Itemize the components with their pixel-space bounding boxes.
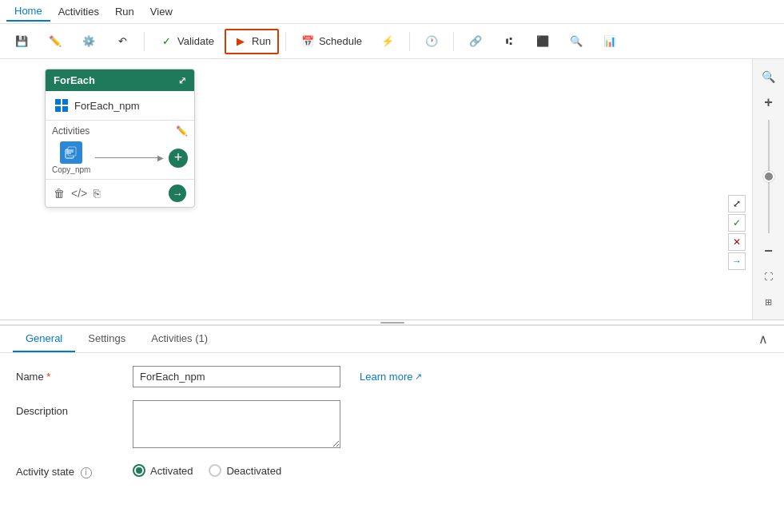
validate-button[interactable]: ✓ Validate bbox=[151, 30, 221, 54]
foreach-footer: 🗑 </> ⎘ → bbox=[46, 179, 194, 207]
description-label: Description bbox=[16, 400, 120, 417]
activities-label-row: Activities ✏️ bbox=[52, 125, 188, 137]
menu-bar: Home Activities Run View bbox=[0, 0, 784, 24]
activities-inner: Activities ✏️ Copy_npm + bbox=[46, 121, 194, 179]
gear-icon: ⚙️ bbox=[81, 34, 97, 50]
fit-button[interactable]: ⛶ bbox=[758, 265, 780, 288]
search-toolbar-button[interactable]: 🔍 bbox=[561, 30, 591, 54]
bottom-panel: General Settings Activities (1) ∧ Name *… bbox=[0, 324, 784, 532]
description-row: Description bbox=[16, 400, 768, 448]
connect-icon: 🔗 bbox=[468, 34, 484, 50]
tab-settings[interactable]: Settings bbox=[75, 326, 138, 352]
grid-icon bbox=[54, 97, 70, 113]
branch-icon: ⑆ bbox=[501, 34, 517, 50]
copy-activity[interactable]: Copy_npm bbox=[52, 141, 90, 174]
bottom-content: Name * Learn more ↗ Description Activity… bbox=[0, 353, 784, 532]
play-icon: ▶ bbox=[233, 34, 249, 50]
lightning-icon: ⚡ bbox=[380, 34, 396, 50]
activity-state-label: Activity state i bbox=[16, 461, 120, 478]
activity-row: Copy_npm + bbox=[52, 141, 188, 174]
arrow-line bbox=[95, 153, 164, 162]
svg-rect-0 bbox=[55, 99, 61, 105]
activities-label-text: Activities bbox=[52, 125, 90, 137]
activated-radio[interactable]: Activated bbox=[133, 464, 193, 477]
foreach-name-row: ForEach_npm bbox=[46, 91, 194, 121]
deactivated-radio-circle bbox=[209, 464, 221, 477]
side-toolbar: 🔍 + − ⛶ ⊞ bbox=[752, 59, 784, 320]
tab-activities[interactable]: Activities (1) bbox=[138, 326, 221, 352]
save-icon: 💾 bbox=[14, 34, 30, 50]
name-required: * bbox=[46, 371, 50, 383]
edit-button[interactable]: ✏️ bbox=[40, 30, 70, 54]
activated-radio-circle bbox=[133, 464, 145, 477]
svg-rect-3 bbox=[62, 106, 68, 112]
menu-home[interactable]: Home bbox=[6, 2, 50, 22]
separator-2 bbox=[285, 32, 286, 51]
expand-canvas-icon[interactable]: ⤢ bbox=[728, 195, 746, 212]
expand-icon[interactable]: ⤢ bbox=[178, 75, 186, 86]
name-row: Name * Learn more ↗ bbox=[16, 366, 768, 387]
monitor-icon: 📊 bbox=[602, 34, 618, 50]
description-input[interactable] bbox=[133, 400, 340, 448]
lightning-button[interactable]: ⚡ bbox=[372, 30, 403, 54]
code-icon: ⬛ bbox=[535, 34, 551, 50]
foreach-block: ForEach ⤢ ForEach_npm Activities ✏️ bbox=[45, 69, 195, 208]
copy-footer-icon[interactable]: ⎘ bbox=[94, 187, 100, 200]
menu-activities[interactable]: Activities bbox=[50, 2, 107, 21]
menu-view[interactable]: View bbox=[142, 2, 181, 21]
canvas-side-icons: ⤢ ✓ ✕ → bbox=[728, 195, 746, 270]
undo-button[interactable]: ↶ bbox=[107, 30, 137, 54]
code-button[interactable]: ⬛ bbox=[527, 30, 558, 54]
name-label: Name * bbox=[16, 366, 120, 383]
radio-group: Activated Deactivated bbox=[133, 461, 281, 477]
complete-icon[interactable]: → bbox=[728, 252, 746, 270]
code-view-icon[interactable]: </> bbox=[71, 187, 87, 200]
undo-icon: ↶ bbox=[114, 34, 130, 50]
svg-rect-1 bbox=[62, 99, 68, 105]
calendar-icon: 📅 bbox=[300, 34, 316, 50]
grid-view-button[interactable]: ⊞ bbox=[758, 291, 780, 313]
bottom-tabs-left: General Settings Activities (1) bbox=[13, 326, 221, 352]
goto-button[interactable]: → bbox=[169, 185, 186, 202]
success-icon[interactable]: ✓ bbox=[728, 214, 746, 232]
foreach-name-text: ForEach_npm bbox=[74, 100, 140, 112]
bottom-tabs: General Settings Activities (1) ∧ bbox=[0, 326, 784, 353]
add-activity-button[interactable]: + bbox=[169, 149, 188, 168]
canvas-area[interactable]: ForEach ⤢ ForEach_npm Activities ✏️ bbox=[0, 59, 784, 320]
schedule-button[interactable]: 📅 Schedule bbox=[293, 30, 369, 54]
toolbar: 💾 ✏️ ⚙️ ↶ ✓ Validate ▶ Run 📅 Schedule ⚡ … bbox=[0, 24, 784, 59]
learn-more-link[interactable]: Learn more ↗ bbox=[360, 371, 422, 383]
copy-label: Copy_npm bbox=[52, 165, 90, 174]
pencil-edit-icon[interactable]: ✏️ bbox=[176, 125, 188, 137]
pencil-icon: ✏️ bbox=[47, 34, 63, 50]
monitor-button[interactable]: 📊 bbox=[595, 30, 625, 54]
search-toolbar-icon: 🔍 bbox=[568, 34, 584, 50]
separator-4 bbox=[453, 32, 454, 51]
foreach-title: ForEach bbox=[54, 74, 95, 86]
search-canvas-button[interactable]: 🔍 bbox=[758, 66, 780, 88]
history-button[interactable]: 🕐 bbox=[416, 30, 447, 54]
history-icon: 🕐 bbox=[424, 34, 440, 50]
collapse-button[interactable]: ∧ bbox=[755, 328, 771, 350]
error-icon[interactable]: ✕ bbox=[728, 233, 746, 251]
zoom-out-button[interactable]: − bbox=[758, 240, 780, 262]
name-input[interactable] bbox=[133, 366, 340, 387]
zoom-slider-track[interactable] bbox=[768, 120, 770, 233]
info-icon[interactable]: i bbox=[81, 467, 92, 478]
deactivated-radio[interactable]: Deactivated bbox=[209, 464, 281, 477]
save-button[interactable]: 💾 bbox=[6, 30, 37, 54]
connect-button[interactable]: 🔗 bbox=[460, 30, 491, 54]
zoom-slider-thumb[interactable] bbox=[763, 171, 774, 182]
zoom-in-button[interactable]: + bbox=[758, 91, 780, 113]
menu-run[interactable]: Run bbox=[107, 2, 142, 21]
copy-icon bbox=[60, 141, 82, 164]
footer-icons: 🗑 </> ⎘ bbox=[54, 187, 100, 200]
settings-button[interactable]: ⚙️ bbox=[74, 30, 104, 54]
checkmark-icon: ✓ bbox=[158, 34, 174, 50]
delete-icon[interactable]: 🗑 bbox=[54, 187, 65, 200]
svg-rect-2 bbox=[55, 106, 61, 112]
run-button[interactable]: ▶ Run bbox=[225, 29, 279, 54]
tab-general[interactable]: General bbox=[13, 326, 75, 352]
separator-3 bbox=[409, 32, 410, 51]
branch-button[interactable]: ⑆ bbox=[494, 30, 524, 54]
